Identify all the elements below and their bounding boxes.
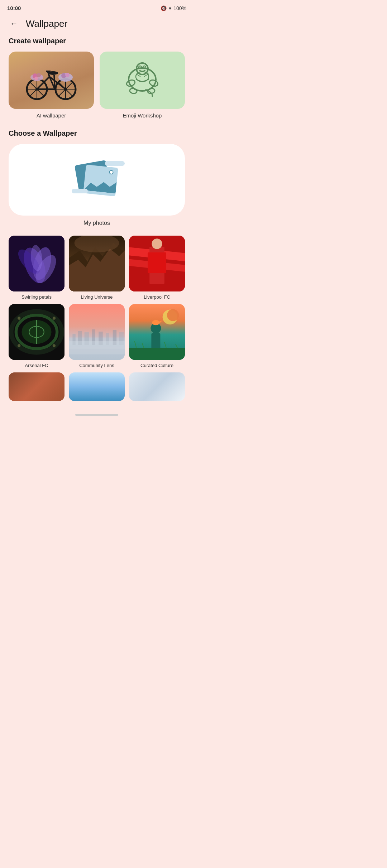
svg-point-26 bbox=[65, 73, 70, 77]
ai-wallpaper-label: AI wallpaper bbox=[37, 112, 66, 119]
wifi-icon: ▾ bbox=[169, 5, 171, 11]
create-cards: AI wallpaper bbox=[0, 52, 194, 119]
ai-wallpaper-image bbox=[9, 52, 94, 109]
living-universe-label: Living Universe bbox=[81, 294, 113, 300]
community-lens-label: Community Lens bbox=[79, 363, 114, 368]
svg-rect-81 bbox=[151, 333, 160, 350]
cloud-left bbox=[72, 189, 88, 193]
battery-icon: 100% bbox=[173, 5, 186, 11]
svg-point-82 bbox=[152, 320, 159, 326]
liverpool-fc-thumb bbox=[129, 236, 185, 291]
scroll-bar bbox=[75, 414, 118, 416]
mute-icon: 🔇 bbox=[161, 5, 167, 11]
turtle-svg bbox=[121, 59, 164, 102]
svg-point-37 bbox=[149, 79, 159, 87]
cloud-right bbox=[105, 161, 125, 166]
arsenal-fc-label: Arsenal FC bbox=[25, 363, 48, 368]
back-button[interactable]: ← bbox=[9, 18, 19, 30]
curated-culture-bg bbox=[129, 304, 185, 360]
svg-point-36 bbox=[126, 79, 136, 87]
bicycle-svg bbox=[23, 55, 80, 105]
swirling-petals-bg bbox=[9, 236, 64, 291]
create-section-title: Create wallpaper bbox=[0, 37, 194, 45]
community-lens-bg bbox=[69, 304, 125, 360]
swirling-petals-label: Swirling petals bbox=[22, 294, 52, 300]
svg-point-53 bbox=[152, 238, 162, 249]
liverpool-fc-label: Liverpool FC bbox=[144, 294, 170, 300]
living-universe-thumb bbox=[69, 236, 125, 291]
svg-point-34 bbox=[139, 66, 142, 69]
liverpool-fc-bg bbox=[129, 236, 185, 291]
petals-svg bbox=[9, 236, 64, 291]
choose-section: Choose a Wallpaper My photos bbox=[0, 129, 194, 401]
arsenal-svg bbox=[9, 304, 64, 360]
liverpool-svg bbox=[129, 236, 185, 291]
page-title: Wallpaper bbox=[26, 18, 67, 29]
emoji-workshop-card[interactable]: Emoji Workshop bbox=[100, 52, 185, 119]
ai-wallpaper-card[interactable]: AI wallpaper bbox=[9, 52, 94, 119]
svg-point-79 bbox=[167, 309, 179, 321]
status-bar: 10:00 🔇 ▾ 100% bbox=[0, 0, 194, 14]
ai-wallpaper-bg bbox=[9, 52, 94, 109]
svg-point-22 bbox=[37, 73, 41, 77]
emoji-workshop-bg bbox=[100, 52, 185, 109]
arsenal-fc-thumb bbox=[9, 304, 64, 360]
arsenal-fc-bg bbox=[9, 304, 64, 360]
partial-item-3[interactable] bbox=[129, 372, 185, 401]
partial-item-1[interactable] bbox=[9, 372, 64, 401]
svg-rect-54 bbox=[148, 252, 166, 273]
svg-point-19 bbox=[48, 71, 58, 75]
svg-point-38 bbox=[129, 88, 137, 94]
status-time: 10:00 bbox=[7, 5, 21, 11]
swirling-petals-thumb bbox=[9, 236, 64, 291]
header: ← Wallpaper bbox=[0, 14, 194, 37]
wallpaper-item-curated-culture[interactable]: Curated Culture bbox=[129, 304, 185, 368]
create-section: Create wallpaper bbox=[0, 37, 194, 119]
universe-svg bbox=[69, 236, 125, 291]
svg-rect-76 bbox=[69, 347, 125, 355]
status-icons: 🔇 ▾ 100% bbox=[161, 5, 186, 11]
svg-rect-84 bbox=[129, 348, 185, 360]
curated-svg bbox=[129, 304, 185, 360]
svg-point-23 bbox=[34, 77, 38, 80]
photo-card-front bbox=[83, 165, 118, 197]
choose-section-title: Choose a Wallpaper bbox=[0, 129, 194, 138]
svg-point-35 bbox=[143, 66, 146, 69]
wallpaper-item-community-lens[interactable]: Community Lens bbox=[69, 304, 125, 368]
partial-item-2[interactable] bbox=[69, 372, 125, 401]
emoji-workshop-label: Emoji Workshop bbox=[123, 112, 162, 119]
svg-line-18 bbox=[54, 75, 55, 89]
my-photos-label: My photos bbox=[0, 220, 194, 226]
partial-bottom-row bbox=[0, 368, 194, 401]
curated-culture-label: Curated Culture bbox=[140, 363, 173, 368]
photos-icon bbox=[75, 158, 118, 201]
scroll-indicator bbox=[0, 408, 194, 419]
wallpaper-item-arsenal-fc[interactable]: Arsenal FC bbox=[9, 304, 64, 368]
wallpaper-item-living-universe[interactable]: Living Universe bbox=[69, 236, 125, 300]
wallpaper-grid: Swirling petals Living Universe bbox=[0, 232, 194, 368]
community-lens-thumb bbox=[69, 304, 125, 360]
my-photos-inner bbox=[75, 158, 118, 201]
living-universe-bg bbox=[69, 236, 125, 291]
my-photos-card[interactable] bbox=[9, 144, 185, 216]
wallpaper-item-liverpool-fc[interactable]: Liverpool FC bbox=[129, 236, 185, 300]
community-svg bbox=[69, 304, 125, 360]
wallpaper-item-swirling-petals[interactable]: Swirling petals bbox=[9, 236, 64, 300]
curated-culture-thumb bbox=[129, 304, 185, 360]
emoji-workshop-image bbox=[100, 52, 185, 109]
